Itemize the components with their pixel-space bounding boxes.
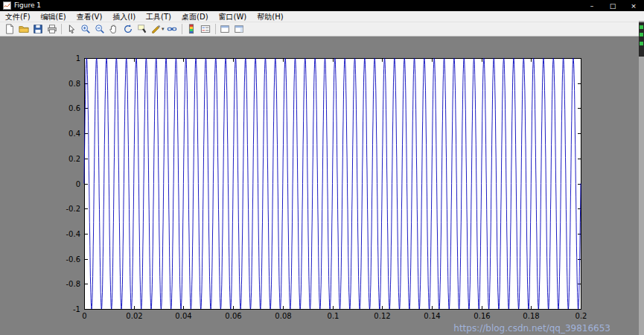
menu-bar: 文件(F)编辑(E)查看(V)插入(I)工具(T)桌面(D)窗口(W)帮助(H) [0,11,644,22]
x-tick-label: 0.18 [523,312,539,320]
toolbar-separator [61,24,62,34]
figure-canvas-area: 00.020.040.060.080.10.120.140.160.180.2-… [0,36,644,335]
show-plot-tools-button[interactable] [232,23,246,36]
hand-pan-icon [109,24,119,34]
rotate-3d-button[interactable] [121,23,135,36]
title-bar: Figure 1 – □ × [0,0,644,11]
toolbar-separator [215,24,216,34]
scrollbar-mark [640,42,643,45]
rotate-3d-icon [123,24,133,34]
x-tick-label: 0.12 [374,312,390,320]
figure-window: Figure 1 – □ × 文件(F)编辑(E)查看(V)插入(I)工具(T)… [0,0,644,335]
y-tick-label: 0.6 [68,104,80,112]
right-edge-scrollbar[interactable] [639,21,644,335]
maximize-button[interactable]: □ [602,0,623,11]
x-tick-label: 0.16 [474,312,490,320]
menu-item-view[interactable]: 查看(V) [71,11,108,22]
colorbar-icon [186,24,197,34]
brush-icon [151,24,162,34]
figure-app-icon [3,1,11,10]
x-tick-label: 0.1 [328,312,339,320]
show-plot-tools-icon [234,24,244,34]
window-controls: – □ × [581,0,644,11]
scrollbar-mark [640,33,643,36]
zoom-out-icon [95,24,105,34]
y-tick-label: -0.8 [66,280,80,288]
y-tick-label: -1 [73,305,80,313]
save-figure-button[interactable] [31,23,45,36]
y-tick-label: -0.4 [66,230,80,238]
csdn-watermark: https://blog.csdn.net/qq_39816653 [453,323,610,334]
y-tick-label: -0.2 [66,205,80,213]
menu-item-edit[interactable]: 编辑(E) [36,11,71,22]
y-tick-label: 1 [76,54,80,63]
brush-dropdown-arrow[interactable]: ▾ [162,26,165,32]
x-tick-label: 0.02 [126,312,142,320]
toolbar: ▾ [0,22,644,36]
minimize-button[interactable]: – [581,0,602,11]
new-figure-button[interactable] [2,23,16,36]
hide-plot-tools-button[interactable] [218,23,232,36]
x-tick-label: 0.14 [424,312,440,320]
scrollbar-mark [640,25,643,29]
zoom-out-button[interactable] [92,23,106,36]
menu-item-desktop[interactable]: 桌面(D) [176,11,214,22]
zoom-in-icon [80,24,91,34]
insert-colorbar-button[interactable] [185,23,199,36]
plot-canvas[interactable]: 00.020.040.060.080.10.120.140.160.180.2-… [0,36,644,335]
printer-icon [47,24,57,34]
menu-item-file[interactable]: 文件(F) [0,11,36,22]
link-chain-icon [167,24,177,34]
insert-legend-button[interactable] [199,23,213,36]
save-floppy-icon [33,24,43,34]
y-tick-label: 0 [76,180,80,188]
new-figure-icon [4,24,15,34]
print-figure-button[interactable] [45,23,59,36]
arrow-pointer-icon [66,24,77,34]
y-tick-label: 0.8 [68,80,80,88]
y-tick-label: 0.2 [68,155,80,163]
close-button[interactable]: × [623,0,644,11]
x-tick-label: 0.2 [576,312,587,320]
x-tick-label: 0.06 [225,312,241,320]
window-title: Figure 1 [14,0,41,11]
data-cursor-button[interactable] [135,23,149,36]
open-folder-icon [19,24,29,34]
y-tick-label: -0.6 [66,255,80,264]
menu-item-tools[interactable]: 工具(T) [141,11,176,22]
x-tick-label: 0.04 [175,312,191,320]
pan-button[interactable] [106,23,121,36]
menu-item-help[interactable]: 帮助(H) [252,11,288,22]
y-tick-label: 0.4 [68,130,80,138]
open-file-button[interactable] [16,23,31,36]
menu-item-insert[interactable]: 插入(I) [107,11,141,22]
scrollbar-thumb[interactable] [639,22,644,57]
legend-icon [200,24,211,34]
x-tick-label: 0 [82,312,86,320]
toolbar-separator [182,24,182,34]
edit-plot-button[interactable] [64,23,78,36]
hide-plot-tools-icon [220,24,230,34]
x-tick-label: 0.08 [275,312,291,320]
data-cursor-icon [137,24,147,34]
menu-item-window[interactable]: 窗口(W) [214,11,252,22]
zoom-in-button[interactable] [78,23,92,36]
link-plot-button[interactable] [165,23,179,36]
